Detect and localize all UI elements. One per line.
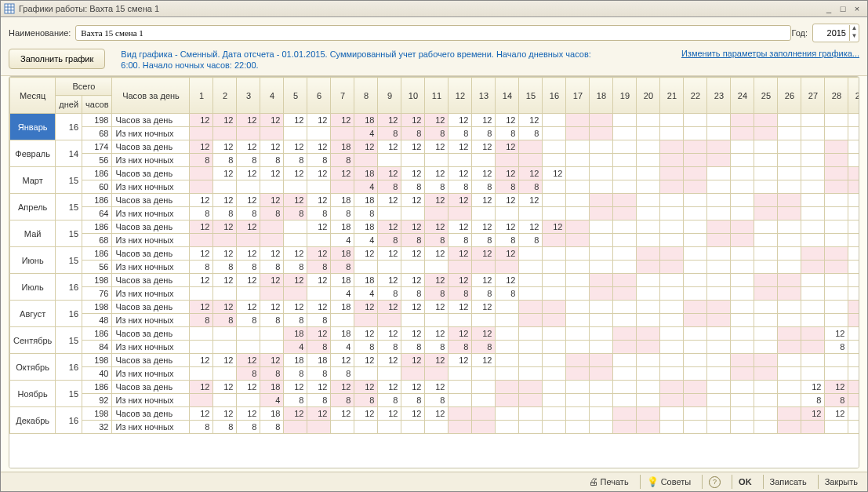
cell-Июнь-10-h[interactable]: 12: [401, 247, 425, 261]
cell-Август-10-h[interactable]: 12: [401, 301, 425, 314]
maximize-button[interactable]: □: [836, 4, 850, 13]
col-day-25[interactable]: 25: [754, 78, 778, 114]
cell-Декабрь-29-n[interactable]: [848, 421, 859, 434]
cell-Январь-28-n[interactable]: [825, 127, 848, 140]
cell-Июль-13-h[interactable]: 12: [472, 274, 496, 287]
cell-Июль-16-h[interactable]: [543, 274, 566, 287]
cell-Март-16-n[interactable]: [543, 180, 566, 194]
cell-Май-1-n[interactable]: [190, 234, 213, 247]
cell-Январь-5-n[interactable]: [284, 127, 307, 140]
cell-Август-13-h[interactable]: 12: [472, 301, 496, 314]
cell-Январь-13-n[interactable]: 8: [472, 127, 496, 140]
cell-Август-6-h[interactable]: 12: [307, 301, 331, 314]
cell-Октябрь-17-h[interactable]: [566, 354, 590, 367]
cell-Декабрь-26-n[interactable]: [778, 421, 801, 434]
cell-Январь-12-h[interactable]: 12: [449, 114, 472, 127]
cell-Август-29-h[interactable]: 12: [848, 301, 859, 314]
cell-Май-11-n[interactable]: 8: [425, 234, 449, 247]
cell-Август-16-h[interactable]: [543, 301, 566, 314]
cell-Февраль-16-h[interactable]: [543, 140, 566, 154]
cell-Сентябрь-21-h[interactable]: [660, 327, 684, 341]
cell-Октябрь-16-n[interactable]: [543, 367, 566, 381]
cell-Апрель-11-n[interactable]: [425, 207, 449, 220]
cell-Сентябрь-2-h[interactable]: [213, 327, 237, 341]
cell-Январь-19-n[interactable]: [613, 127, 637, 140]
cell-Февраль-21-h[interactable]: [660, 140, 684, 154]
cell-Май-9-h[interactable]: 12: [378, 220, 401, 234]
cell-Январь-4-h[interactable]: 12: [260, 114, 284, 127]
cell-Август-17-n[interactable]: [566, 314, 590, 327]
cell-Ноябрь-5-h[interactable]: 12: [284, 381, 307, 394]
cell-Июль-17-h[interactable]: [566, 274, 590, 287]
cell-Январь-15-h[interactable]: 12: [519, 114, 543, 127]
cell-Март-28-h[interactable]: [825, 167, 848, 180]
cell-Март-8-h[interactable]: 18: [354, 167, 378, 180]
cell-Ноябрь-15-n[interactable]: [519, 394, 543, 407]
cell-Март-5-h[interactable]: 12: [284, 167, 307, 180]
cell-Ноябрь-13-n[interactable]: [472, 394, 496, 407]
cell-Июнь-14-n[interactable]: [496, 261, 519, 274]
col-days[interactable]: дней: [56, 96, 82, 114]
cell-Май-8-h[interactable]: 18: [354, 220, 378, 234]
cell-Октябрь-7-h[interactable]: 12: [331, 354, 354, 367]
cell-Август-4-n[interactable]: 8: [260, 314, 284, 327]
cell-Апрель-21-n[interactable]: [660, 207, 684, 220]
cell-Август-8-n[interactable]: [354, 314, 378, 327]
year-down[interactable]: ▼: [850, 33, 859, 41]
cell-Май-17-n[interactable]: [566, 234, 590, 247]
cell-Октябрь-9-n[interactable]: [378, 367, 401, 381]
cell-Ноябрь-15-h[interactable]: [519, 381, 543, 394]
cell-Сентябрь-28-h[interactable]: 12: [825, 327, 848, 341]
col-day-29[interactable]: 29: [848, 78, 859, 114]
cell-Сентябрь-5-h[interactable]: 18: [284, 327, 307, 341]
cell-Ноябрь-24-h[interactable]: [731, 381, 754, 394]
cell-Май-10-h[interactable]: 12: [401, 220, 425, 234]
cell-Октябрь-25-h[interactable]: [754, 354, 778, 367]
cell-Июль-20-n[interactable]: [637, 287, 660, 301]
cell-Ноябрь-9-n[interactable]: 8: [378, 394, 401, 407]
cell-Май-11-h[interactable]: 12: [425, 220, 449, 234]
cell-Апрель-16-n[interactable]: [543, 207, 566, 220]
cell-Октябрь-25-n[interactable]: [754, 367, 778, 381]
cell-Сентябрь-24-h[interactable]: [731, 327, 754, 341]
cell-Март-16-h[interactable]: 12: [543, 167, 566, 180]
cell-Октябрь-26-h[interactable]: [778, 354, 801, 367]
cell-Июнь-25-n[interactable]: [754, 261, 778, 274]
cell-Январь-19-h[interactable]: [613, 114, 637, 127]
col-day-9[interactable]: 9: [378, 78, 401, 114]
cell-Сентябрь-24-n[interactable]: [731, 341, 754, 354]
cell-Август-8-h[interactable]: 12: [354, 301, 378, 314]
cell-Январь-21-n[interactable]: [660, 127, 684, 140]
cell-Сентябрь-3-n[interactable]: [237, 341, 260, 354]
cell-Июль-5-h[interactable]: 12: [284, 274, 307, 287]
cell-Январь-3-n[interactable]: [237, 127, 260, 140]
cell-Июль-29-n[interactable]: [848, 287, 859, 301]
cell-Февраль-1-h[interactable]: 12: [190, 140, 213, 154]
cell-Июль-18-n[interactable]: [590, 287, 613, 301]
cell-Ноябрь-7-h[interactable]: 12: [331, 381, 354, 394]
cell-Декабрь-7-h[interactable]: 12: [331, 407, 354, 421]
cell-Март-2-n[interactable]: [213, 180, 237, 194]
cell-Июнь-7-n[interactable]: 8: [331, 261, 354, 274]
cell-Март-17-h[interactable]: [566, 167, 590, 180]
cell-Январь-17-n[interactable]: [566, 127, 590, 140]
cell-Октябрь-29-n[interactable]: [848, 367, 859, 381]
cell-Ноябрь-27-n[interactable]: 8: [801, 394, 825, 407]
cell-Март-11-n[interactable]: 8: [425, 180, 449, 194]
cell-Октябрь-14-n[interactable]: [496, 367, 519, 381]
cell-Июнь-17-n[interactable]: [566, 261, 590, 274]
col-day-13[interactable]: 13: [472, 78, 496, 114]
cell-Февраль-13-h[interactable]: 12: [472, 140, 496, 154]
cell-Июнь-29-n[interactable]: [848, 261, 859, 274]
cell-Октябрь-22-h[interactable]: [684, 354, 707, 367]
cell-Июль-21-n[interactable]: [660, 287, 684, 301]
cell-Август-18-h[interactable]: [590, 301, 613, 314]
cell-Май-9-n[interactable]: 8: [378, 234, 401, 247]
cell-Март-22-n[interactable]: [684, 180, 707, 194]
cell-Июль-6-h[interactable]: 12: [307, 274, 331, 287]
cell-Сентябрь-3-h[interactable]: [237, 327, 260, 341]
cell-Декабрь-19-h[interactable]: [613, 407, 637, 421]
cell-Май-27-n[interactable]: [801, 234, 825, 247]
cell-Февраль-17-n[interactable]: [566, 154, 590, 167]
cell-Апрель-8-h[interactable]: 18: [354, 194, 378, 207]
